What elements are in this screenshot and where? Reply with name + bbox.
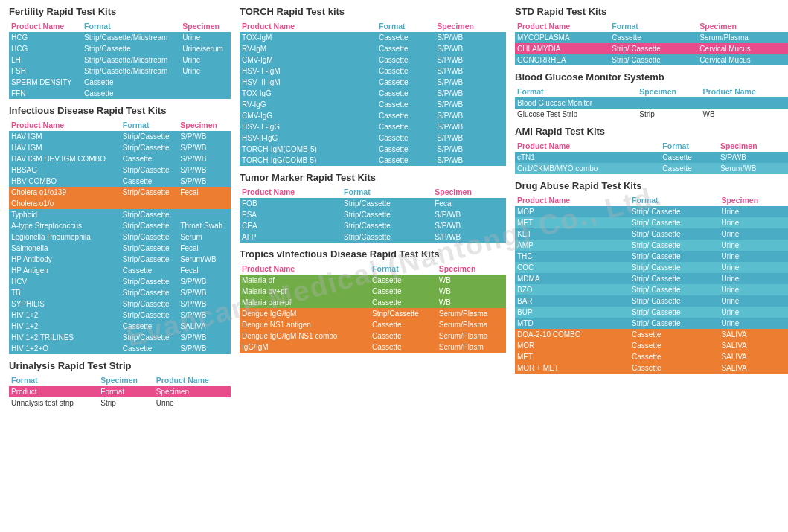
table-row: HBV COMBOCassetteS/P/WB — [9, 176, 231, 187]
table-row: MDMAStrip/ CassetteUrine — [515, 273, 788, 284]
torch-header: Product Name Format Specimen — [240, 20, 506, 32]
torch-th-specimen: Specimen — [435, 20, 506, 32]
table-row: METStrip/ CassetteUrine — [515, 217, 788, 228]
table-row: PSAStrip/CassetteS/P/WB — [240, 209, 506, 220]
table-row: Cn1/CKMB/MYO comboCassetteSerum/WB — [515, 163, 788, 174]
fertility-th-format: Format — [82, 20, 180, 32]
blood-glucose-table: Format Specimen Product Name Blood Gluco… — [515, 86, 788, 120]
table-row: Blood Glucose Monitor — [515, 97, 788, 109]
infectious-th-name: Product Name — [9, 119, 121, 131]
table-row: RV-IgGCassetteS/P/WB — [240, 99, 506, 110]
table-row: Cholera o1/o139Strip/CassetteFecal — [9, 187, 231, 198]
infectious-header: Product Name Format Specimen — [9, 119, 231, 131]
drug-abuse-table: Product Name Format Specimen MOPStrip/ C… — [515, 194, 788, 374]
bg-th-name: Product Name — [701, 86, 788, 97]
ami-header: Product Name Format Specimen — [515, 140, 788, 152]
table-row: MOR + METCassetteSALIVA — [515, 362, 788, 374]
table-row: FFNCassette — [9, 88, 231, 99]
table-row: CMV-IgGCassetteS/P/WB — [240, 110, 506, 121]
table-row: HCVStrip/CassetteS/P/WB — [9, 276, 231, 287]
blood-glucose-title: Blood Glucose Monitor Systemb — [515, 71, 788, 83]
table-row: DOA-2-10 COMBOCassetteSALIVA — [515, 329, 788, 340]
urinalysis-table: Format Specimen Product Name ProductForm… — [9, 374, 231, 408]
table-row: MOPStrip/ CassetteUrine — [515, 206, 788, 217]
table-row: Glucose Test StripStripWB — [515, 109, 788, 120]
ami-title: AMI Rapid Test Kits — [515, 126, 788, 137]
bg-th-specimen: Specimen — [637, 86, 700, 97]
column-1: Fertility Rapid Test Kits Product Name F… — [4, 6, 235, 413]
table-row: TORCH-IgM(COMB-5)CassetteS/P/WB — [240, 144, 506, 155]
torch-th-format: Format — [377, 20, 435, 32]
table-row: HP AntigenCassetteFecal — [9, 265, 231, 276]
table-row: Dengue IgG/IgMStrip/CassetteSerum/Plasma — [240, 308, 506, 319]
table-row: cTN1CassetteS/P/WB — [515, 152, 788, 163]
ami-table: Product Name Format Specimen cTN1Cassett… — [515, 140, 788, 174]
table-row: HIV 1+2+OCassetteS/P/WB — [9, 343, 231, 354]
table-row: HIV 1+2 TRILINESStrip/CassetteS/P/WB — [9, 332, 231, 343]
column-3: STD Rapid Test Kits Product Name Format … — [510, 6, 788, 413]
drug-abuse-header: Product Name Format Specimen — [515, 194, 788, 206]
table-row: HBSAGStrip/CassetteS/P/WB — [9, 164, 231, 176]
tropics-header: Product Name Format Specimen — [240, 263, 506, 275]
table-row: HSV- II-IgMCassetteS/P/WB — [240, 77, 506, 88]
table-row: HIV 1+2Strip/CassetteS/P/WB — [9, 310, 231, 321]
table-row: METCassetteSALIVA — [515, 351, 788, 362]
tumor-table: Product Name Format Specimen FOBStrip/Ca… — [240, 186, 506, 243]
torch-th-name: Product Name — [240, 20, 377, 32]
table-row: ProductFormatSpecimen — [9, 386, 231, 397]
tumor-th-specimen: Specimen — [432, 186, 506, 198]
drug-abuse-title: Drug Abuse Rapid Test Kits — [515, 180, 788, 191]
blood-glucose-header: Format Specimen Product Name — [515, 86, 788, 97]
tumor-header: Product Name Format Specimen — [240, 186, 506, 198]
ami-th-format: Format — [660, 140, 718, 152]
table-row: Dengue IgG/IgM NS1 comboCassetteSerum/Pl… — [240, 330, 506, 342]
table-row: GONORRHEAStrip/ CassetteCervical Mucus — [515, 54, 788, 65]
table-row: SalmonellaStrip/CassetteFecal — [9, 243, 231, 254]
tumor-th-name: Product Name — [240, 186, 342, 198]
table-row: Malaria pan+pfCassetteWB — [240, 297, 506, 308]
fertility-header: Product Name Format Specimen — [9, 20, 231, 32]
infectious-title: Infectious Disease Rapid Test Kits — [9, 105, 231, 116]
table-row: IgG/IgMCassetteSerum/Plasm — [240, 342, 506, 353]
infectious-th-format: Format — [121, 119, 179, 131]
table-row: TyphoidStrip/Cassette — [9, 209, 231, 220]
table-row: Malaria pfCassetteWB — [240, 275, 506, 286]
torch-table: Product Name Format Specimen TOX-IgMCass… — [240, 20, 506, 166]
std-table: Product Name Format Specimen MYCOPLASMAC… — [515, 20, 788, 65]
table-row: HIV 1+2CassetteSALIVA — [9, 321, 231, 332]
table-row: SPERM DENSITYCassette — [9, 77, 231, 88]
std-th-format: Format — [609, 20, 697, 32]
table-row: FOBStrip/CassetteFecal — [240, 198, 506, 209]
table-row: HAV IGMStrip/CassetteS/P/WB — [9, 142, 231, 153]
table-row: Malaria pv+pfCassetteWB — [240, 286, 506, 297]
table-row: MYCOPLASMACassetteSerum/Plasma — [515, 32, 788, 43]
std-title: STD Rapid Test Kits — [515, 6, 788, 17]
table-row: HCGStrip/CassetteUrine/serum — [9, 43, 231, 54]
table-row: LHStrip/Cassette/MidstreamUrine — [9, 54, 231, 65]
table-row: MORCassetteSALIVA — [515, 340, 788, 351]
std-th-name: Product Name — [515, 20, 609, 32]
ami-th-specimen: Specimen — [718, 140, 788, 152]
table-row: TORCH-IgG(COMB-5)CassetteS/P/WB — [240, 155, 506, 166]
table-row: BARStrip/ CassetteUrine — [515, 295, 788, 307]
table-row: TBStrip/CassetteS/P/WB — [9, 287, 231, 298]
std-th-specimen: Specimen — [697, 20, 788, 32]
column-2: TORCH Rapid Test kits Product Name Forma… — [235, 6, 510, 413]
table-row: A-type StreptococcusStrip/CassetteThroat… — [9, 220, 231, 231]
infectious-th-specimen: Specimen — [178, 119, 231, 131]
tumor-title: Tumor Marker Rapid Test Kits — [240, 172, 506, 183]
urinalysis-th-name: Product Name — [154, 374, 231, 386]
tropics-th-format: Format — [370, 263, 437, 275]
table-row: THCStrip/ CassetteUrine — [515, 251, 788, 262]
table-row: HSV-II-IgGCassetteS/P/WB — [240, 132, 506, 144]
urinalysis-title: Urinalysis Rapid Test Strip — [9, 360, 231, 371]
table-row: KETStrip/ CassetteUrine — [515, 228, 788, 240]
da-th-specimen: Specimen — [719, 194, 788, 206]
table-row: Urinalysis test stripStripUrine — [9, 397, 231, 408]
da-th-format: Format — [630, 194, 719, 206]
table-row: AFPStrip/CassetteS/P/WB — [240, 231, 506, 243]
table-row: FSHStrip/Cassette/MidstreamUrine — [9, 65, 231, 77]
table-row: HAV IGM HEV IGM COMBOCassetteS/P/WB — [9, 153, 231, 164]
tumor-th-format: Format — [342, 186, 432, 198]
table-row: CEAStrip/CassetteS/P/WB — [240, 220, 506, 231]
